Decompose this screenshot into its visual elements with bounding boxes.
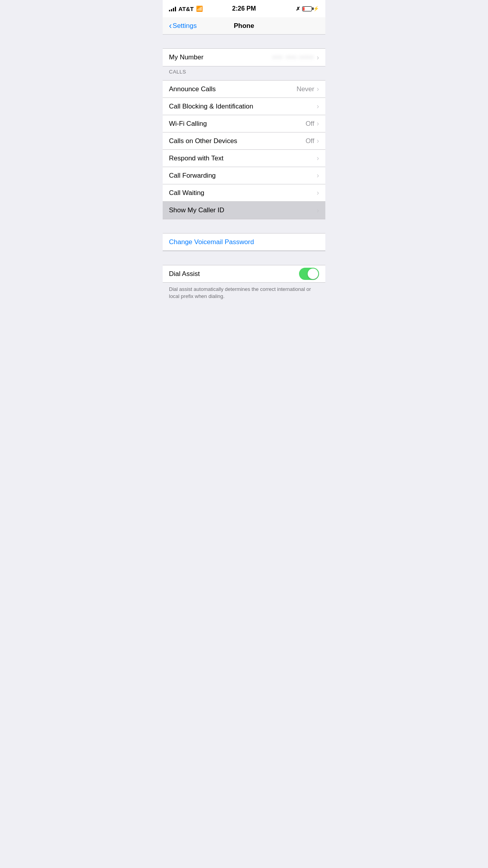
announce-calls-label: Announce Calls [169, 85, 297, 93]
toggle-knob [308, 268, 318, 279]
status-bar: AT&T 📶 2:26 PM ✗ ⚡ [163, 0, 325, 17]
wifi-calling-chevron-icon: › [317, 120, 319, 128]
announce-calls-chevron-icon: › [317, 85, 319, 93]
back-label: Settings [172, 22, 196, 30]
status-left: AT&T 📶 [169, 6, 203, 12]
announce-calls-row[interactable]: Announce Calls Never › [163, 81, 325, 98]
announce-calls-value: Never [297, 85, 314, 93]
my-number-group: My Number ••• •••-•••• › [163, 48, 325, 66]
calls-section-spacer: CALLS [163, 66, 325, 80]
call-blocking-chevron-icon: › [317, 102, 319, 110]
call-waiting-row[interactable]: Call Waiting › [163, 184, 325, 202]
wifi-calling-value: Off [306, 120, 314, 128]
show-caller-id-chevron-icon: › [317, 206, 319, 215]
calls-section-header: CALLS [163, 66, 325, 77]
voicemail-group: Change Voicemail Password [163, 233, 325, 251]
call-blocking-row[interactable]: Call Blocking & Identification › [163, 98, 325, 115]
show-caller-id-row[interactable]: Show My Caller ID › [163, 202, 325, 219]
calls-other-devices-row[interactable]: Calls on Other Devices Off › [163, 132, 325, 150]
change-voicemail-row[interactable]: Change Voicemail Password [163, 234, 325, 251]
back-button[interactable]: ‹ Settings [166, 18, 200, 33]
dial-assist-description: Dial assist automatically determines the… [163, 283, 325, 305]
respond-with-text-label: Respond with Text [169, 154, 317, 162]
wifi-icon: 📶 [196, 6, 203, 12]
calls-other-devices-label: Calls on Other Devices [169, 137, 306, 145]
my-number-value: ••• •••-•••• [273, 53, 314, 61]
battery-icon [302, 6, 312, 11]
dial-assist-label: Dial Assist [169, 270, 299, 278]
calls-other-devices-chevron-icon: › [317, 137, 319, 145]
nav-bar: ‹ Settings Phone [163, 17, 325, 35]
my-number-row[interactable]: My Number ••• •••-•••• › [163, 49, 325, 66]
page-title: Phone [234, 22, 254, 30]
dial-assist-spacer [163, 251, 325, 265]
charging-bolt-icon: ⚡ [313, 6, 319, 11]
call-forwarding-chevron-icon: › [317, 171, 319, 180]
dial-assist-row: Dial Assist [163, 265, 325, 283]
my-number-label: My Number [169, 53, 273, 61]
dial-assist-toggle[interactable] [299, 268, 319, 280]
call-blocking-label: Call Blocking & Identification [169, 103, 317, 110]
calls-group: Announce Calls Never › Call Blocking & I… [163, 80, 325, 219]
carrier-label: AT&T [178, 6, 194, 12]
back-chevron-icon: ‹ [169, 22, 172, 30]
battery-container: ⚡ [302, 6, 319, 11]
respond-with-text-row[interactable]: Respond with Text › [163, 150, 325, 167]
call-forwarding-label: Call Forwarding [169, 172, 317, 180]
status-time: 2:26 PM [232, 5, 256, 12]
status-right: ✗ ⚡ [296, 6, 319, 12]
show-caller-id-label: Show My Caller ID [169, 206, 317, 214]
call-waiting-label: Call Waiting [169, 189, 317, 197]
wifi-calling-label: Wi-Fi Calling [169, 120, 306, 128]
signal-bars-icon [169, 6, 176, 11]
call-forwarding-row[interactable]: Call Forwarding › [163, 167, 325, 184]
battery-fill [303, 7, 305, 11]
change-voicemail-label: Change Voicemail Password [169, 238, 319, 246]
calls-other-devices-value: Off [306, 137, 314, 145]
respond-with-text-chevron-icon: › [317, 154, 319, 162]
call-waiting-chevron-icon: › [317, 189, 319, 197]
bluetooth-icon: ✗ [296, 6, 300, 12]
top-spacer [163, 35, 325, 48]
dial-assist-group: Dial Assist [163, 265, 325, 283]
voicemail-spacer [163, 219, 325, 233]
wifi-calling-row[interactable]: Wi-Fi Calling Off › [163, 115, 325, 132]
my-number-chevron-icon: › [317, 53, 319, 62]
